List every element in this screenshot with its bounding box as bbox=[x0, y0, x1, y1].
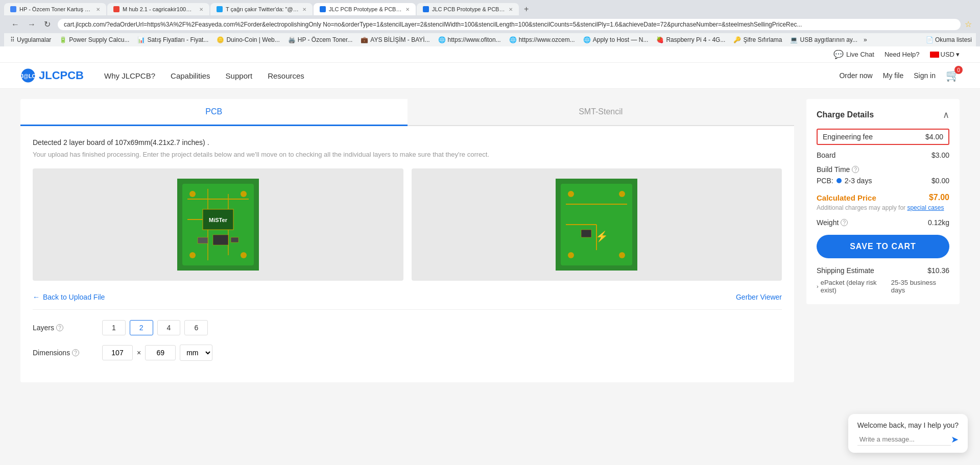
pcb-front-image: MiSTer bbox=[33, 168, 403, 281]
calculated-price-label: Calculated Price bbox=[817, 193, 876, 202]
layers-label: Layers ? bbox=[33, 324, 94, 332]
browser-tab-2[interactable]: M hub 2.1 - cagricakir100@gmai... ✕ bbox=[107, 3, 209, 15]
pcb-images: MiSTer bbox=[33, 168, 782, 281]
bookmark-9[interactable]: 🔑 Şifre Sıfırlama bbox=[731, 35, 784, 44]
pcb-back-image: ⚡ bbox=[412, 168, 782, 281]
layers-btn-1[interactable]: 1 bbox=[102, 320, 126, 335]
browser-nav: ← → ↻ bbox=[8, 18, 54, 30]
logo-text: JLCPCB bbox=[39, 69, 84, 82]
pcb-back-svg: ⚡ bbox=[556, 179, 637, 271]
weight-row: Weight ? 0.12kg bbox=[817, 218, 949, 227]
tab-close-1[interactable]: ✕ bbox=[96, 7, 100, 12]
pcb-time-price: $0.00 bbox=[931, 177, 949, 185]
bookmark-10[interactable]: 💻 USB aygıtlarının ay... bbox=[788, 35, 859, 44]
live-chat[interactable]: 💬 Live Chat bbox=[833, 50, 874, 59]
nav-support[interactable]: Support bbox=[226, 71, 253, 80]
bookmark-6[interactable]: 🌐 https://www.ofiton... bbox=[436, 35, 503, 44]
bookmark-5[interactable]: 💼 AYS BİLİŞİM - BAYİ... bbox=[358, 35, 432, 44]
layers-help-icon[interactable]: ? bbox=[56, 324, 63, 331]
chevron-right-icon: › bbox=[817, 283, 819, 289]
detect-sub: Your upload has finished processing. Ent… bbox=[33, 151, 782, 158]
browser-tab-5[interactable]: JLC PCB Prototype & PCB Fabricati... ✕ bbox=[417, 3, 519, 15]
gerber-viewer-link[interactable]: Gerber Viewer bbox=[736, 293, 782, 301]
dimension-inputs: × mm inch bbox=[102, 345, 212, 361]
layers-btn-2[interactable]: 2 bbox=[130, 320, 153, 335]
tab-pcb[interactable]: PCB bbox=[20, 99, 408, 126]
nav-capabilities[interactable]: Capabilities bbox=[171, 71, 210, 80]
bookmark-apps[interactable]: ⠿ Uygulamalar bbox=[8, 35, 53, 44]
my-file-link[interactable]: My file bbox=[883, 71, 903, 80]
reload-button[interactable]: ↻ bbox=[41, 18, 54, 30]
cart-button[interactable]: 🛒 0 bbox=[946, 69, 960, 82]
dimensions-label: Dimensions ? bbox=[33, 349, 94, 357]
browser-tab-3[interactable]: T çağrı çakır Twitter'da: "@ezCont... ✕ bbox=[210, 3, 313, 15]
shipping-label: Shipping Estimate bbox=[817, 266, 874, 275]
bookmark-1[interactable]: 🔋 Power Supply Calcu... bbox=[57, 35, 131, 44]
order-now-link[interactable]: Order now bbox=[839, 71, 872, 80]
svg-text:⚡: ⚡ bbox=[595, 230, 608, 242]
dim-width-input[interactable] bbox=[102, 345, 133, 360]
bookmark-2[interactable]: 📊 Satış Fiyatları - Fiyat... bbox=[135, 35, 210, 44]
new-tab-button[interactable]: + bbox=[520, 3, 533, 15]
engineering-fee-value: $4.00 bbox=[925, 133, 943, 141]
cart-badge: 0 bbox=[954, 66, 963, 74]
sign-in-link[interactable]: Sign in bbox=[914, 71, 936, 80]
logo[interactable]: J@LC JLCPCB bbox=[20, 68, 84, 83]
pcb-time-row: PCB: 2-3 days $0.00 bbox=[817, 177, 949, 185]
tab-close-3[interactable]: ✕ bbox=[302, 7, 306, 12]
tab-smt-stencil[interactable]: SMT-Stencil bbox=[408, 99, 795, 125]
bookmark-7[interactable]: 🌐 https://www.ozcem... bbox=[507, 35, 577, 44]
build-time-help-icon[interactable]: ? bbox=[852, 166, 859, 173]
top-bar: 💬 Live Chat Need Help? USD ▾ bbox=[0, 46, 980, 63]
bookmark-8[interactable]: 🌐 Apply to Host — N... bbox=[581, 35, 651, 44]
weight-help-icon[interactable]: ? bbox=[841, 219, 848, 226]
tab-close-2[interactable]: ✕ bbox=[199, 7, 203, 12]
chat-icon: 💬 bbox=[833, 50, 844, 59]
nav-why-jlcpcb[interactable]: Why JLCPCB? bbox=[104, 71, 155, 80]
save-to-cart-button[interactable]: SAVE TO CART bbox=[817, 235, 949, 258]
need-help[interactable]: Need Help? bbox=[885, 51, 920, 58]
address-bar[interactable]: cart.jlcpcb.com/?edaOrderUrl=https%3A%2F… bbox=[58, 19, 961, 30]
shipping-row: Shipping Estimate $10.36 bbox=[817, 266, 949, 275]
forward-button[interactable]: → bbox=[25, 18, 39, 30]
svg-text:J@LC: J@LC bbox=[20, 73, 36, 79]
bookmark-3[interactable]: 🪙 Duino-Coin | Web... bbox=[214, 35, 281, 44]
back-to-upload-btn[interactable]: ← Back to Upload File bbox=[33, 293, 105, 301]
tab-close-4[interactable]: ✕ bbox=[405, 7, 410, 12]
currency-selector[interactable]: USD ▾ bbox=[930, 51, 960, 58]
dimensions-help-icon[interactable]: ? bbox=[72, 349, 79, 356]
svg-rect-27 bbox=[581, 230, 591, 237]
charge-title: Charge Details bbox=[817, 110, 874, 119]
layers-btn-4[interactable]: 4 bbox=[157, 320, 181, 335]
layers-option-row: Layers ? 1 2 4 6 bbox=[33, 320, 782, 335]
layers-btn-6[interactable]: 6 bbox=[184, 320, 208, 335]
svg-rect-16 bbox=[231, 237, 238, 242]
epacket-days: 25-35 business days bbox=[891, 279, 949, 294]
arrow-left-icon: ← bbox=[33, 293, 40, 301]
charge-header: Charge Details ∧ bbox=[817, 109, 949, 120]
more-bookmarks[interactable]: » bbox=[864, 36, 867, 43]
logo-svg: J@LC bbox=[20, 68, 36, 83]
dim-height-input[interactable] bbox=[145, 345, 176, 360]
nav-resources[interactable]: Resources bbox=[268, 71, 304, 80]
browser-tab-4[interactable]: JLC PCB Prototype & PCB Fabricati... ✕ bbox=[314, 3, 416, 15]
shipping-value: $10.36 bbox=[927, 266, 949, 275]
special-cases-link[interactable]: special cases bbox=[907, 204, 944, 211]
tab-close-5[interactable]: ✕ bbox=[509, 7, 513, 12]
epacket-label: › ePacket (delay risk exist) bbox=[817, 279, 891, 294]
browser-tab-1[interactable]: HP - Özcem Toner Kartuş Merc... ✕ bbox=[4, 3, 106, 15]
calc-note: Additional charges may apply for special… bbox=[817, 204, 949, 211]
bookmark-4[interactable]: 🖨️ HP - Özcem Toner... bbox=[286, 35, 355, 44]
back-button[interactable]: ← bbox=[8, 18, 22, 30]
tab-bar: PCB SMT-Stencil bbox=[20, 99, 794, 126]
pcb-time-value: 2-3 days bbox=[845, 177, 872, 185]
bookmark-raspberry[interactable]: 🍓 Raspberry Pi 4 - 4G... bbox=[654, 35, 727, 44]
weight-value: 0.12kg bbox=[928, 218, 949, 227]
dim-unit-select[interactable]: mm inch bbox=[180, 345, 212, 361]
pcb-time: PCB: 2-3 days bbox=[817, 177, 872, 185]
reading-list[interactable]: 📄 Okuma listesi bbox=[926, 36, 972, 43]
bookmark-star[interactable]: ☆ bbox=[965, 19, 972, 29]
layers-buttons: 1 2 4 6 bbox=[102, 320, 208, 335]
collapse-button[interactable]: ∧ bbox=[943, 109, 949, 120]
engineering-fee-label: Engineering fee bbox=[823, 133, 873, 141]
